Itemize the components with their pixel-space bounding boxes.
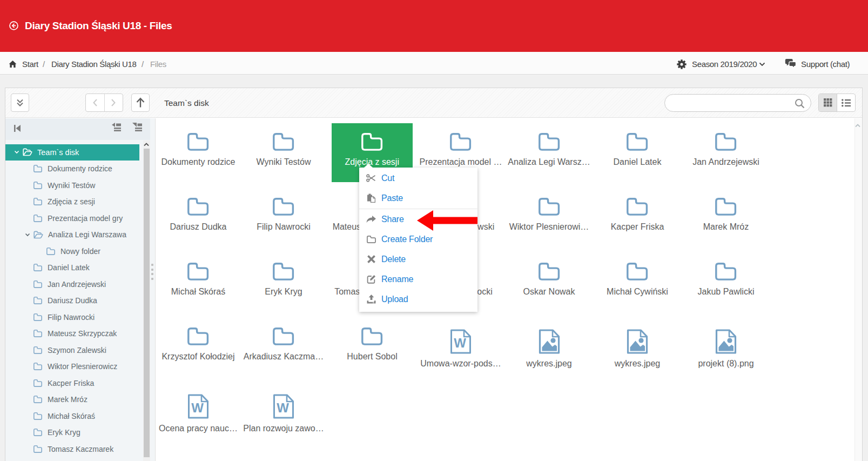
svg-text:W: W [454, 336, 466, 350]
svg-text:W: W [277, 400, 289, 415]
svg-text:W: W [191, 400, 204, 415]
